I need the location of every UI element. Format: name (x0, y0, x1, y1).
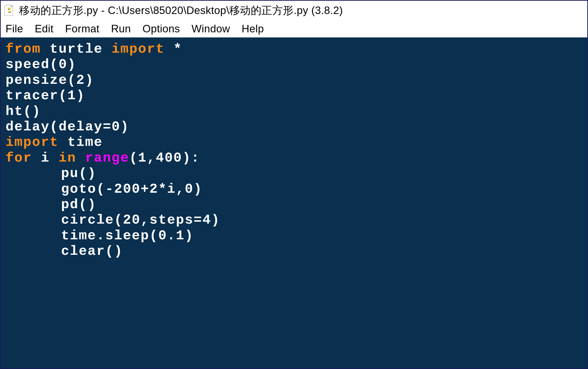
code-line-14: clear() (61, 243, 123, 259)
menu-file[interactable]: File (6, 23, 23, 35)
code-line-4: tracer(1) (6, 88, 85, 103)
code-text: (1,400): (129, 150, 200, 166)
code-line-6: delay(delay=0) (6, 119, 129, 134)
menu-window[interactable]: Window (191, 23, 230, 35)
code-line-5: ht() (6, 104, 41, 119)
menu-run[interactable]: Run (111, 23, 131, 35)
keyword-import: import (6, 134, 59, 150)
code-line-2: speed(0) (6, 57, 76, 72)
code-line-1: from turtle import * (6, 41, 182, 57)
code-line-3: pensize(2) (6, 72, 94, 88)
code-line-10: goto(-200+2*i,0) (61, 181, 202, 197)
keyword-in: in (59, 150, 76, 166)
python-file-icon (4, 5, 15, 16)
code-line-7: import time (6, 134, 103, 150)
code-line-11: pd() (61, 197, 96, 212)
code-line-13: time.sleep(0.1) (61, 228, 194, 243)
keyword-for: for (6, 150, 32, 166)
code-line-12: circle(20,steps=4) (61, 212, 220, 228)
code-editor[interactable]: from turtle import * speed(0) pensize(2)… (1, 37, 587, 368)
code-text (76, 150, 85, 166)
keyword-from: from (6, 41, 41, 57)
title-bar: 移动的正方形.py - C:\Users\85020\Desktop\移动的正方… (1, 1, 587, 20)
code-line-8: for i in range(1,400): (6, 150, 200, 166)
code-text: time (59, 134, 103, 150)
menu-help[interactable]: Help (242, 23, 264, 35)
menu-bar: File Edit Format Run Options Window Help (1, 20, 587, 37)
menu-options[interactable]: Options (142, 23, 180, 35)
code-text: i (32, 150, 59, 166)
builtin-range: range (85, 150, 129, 166)
code-text: turtle (41, 41, 111, 57)
keyword-import: import (111, 41, 165, 57)
menu-edit[interactable]: Edit (35, 23, 54, 35)
window-title: 移动的正方形.py - C:\Users\85020\Desktop\移动的正方… (19, 3, 343, 18)
menu-format[interactable]: Format (65, 23, 100, 35)
code-text: * (165, 41, 182, 57)
code-line-9: pu() (61, 166, 96, 181)
